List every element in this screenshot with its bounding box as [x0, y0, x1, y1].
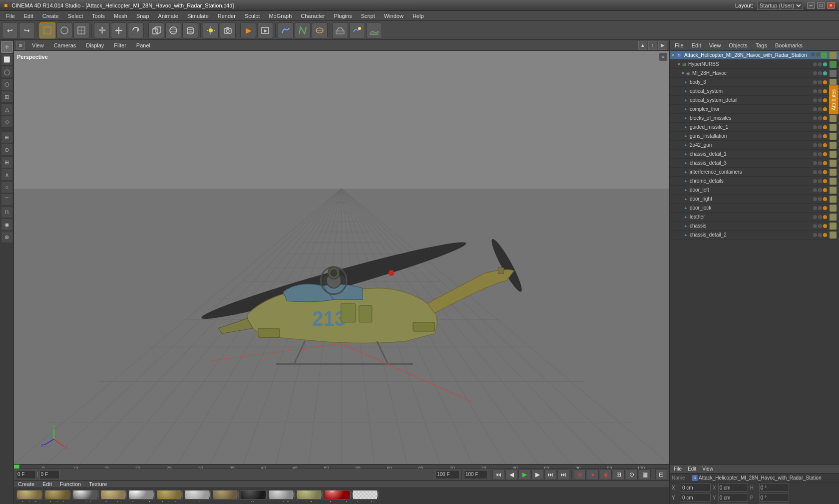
tree-item-chassis_detail_2[interactable]: ▲ chassis_detail_2 [670, 231, 839, 240]
mat-btn-edit[interactable]: Edit [40, 481, 54, 488]
material-body3[interactable]: body_3 [16, 490, 43, 502]
material-rubber[interactable]: rubber [240, 490, 267, 502]
toolbar-camera[interactable] [220, 22, 236, 38]
obj-props-tab-edit[interactable]: Edit [686, 466, 698, 472]
menu-create[interactable]: Create [38, 12, 63, 20]
minimize-btn[interactable]: ─ [807, 2, 815, 9]
timeline-end-frame[interactable] [435, 470, 459, 479]
menu-snap[interactable]: Snap [132, 12, 153, 20]
coord-h-val[interactable] [759, 484, 789, 492]
menu-sculpt[interactable]: Sculpt [241, 12, 264, 20]
tree-item-chassis_detail_3[interactable]: ▲ chassis_detail_3 [670, 159, 839, 168]
toolbar-model-mode[interactable] [39, 22, 55, 38]
obj-props-tab-view[interactable]: View [700, 466, 715, 472]
menu-render[interactable]: Render [214, 12, 240, 20]
viewport-nav-up[interactable]: ▲ [638, 41, 647, 50]
btn-play[interactable]: ▶ [518, 469, 530, 480]
tree-item-chassis[interactable]: ▲ chassis [670, 222, 839, 231]
toolbar-nurbs[interactable] [312, 22, 328, 38]
material-plastic[interactable]: plastic [184, 490, 211, 502]
btn-prev-frame[interactable]: ◀ [505, 469, 517, 480]
tool-move[interactable]: ✛ [1, 41, 13, 53]
viewport-nav-lock[interactable]: ↕ [648, 41, 657, 50]
menu-tools[interactable]: Tools [88, 12, 109, 20]
rpanel-tab-file[interactable]: File [672, 41, 687, 49]
viewport-menu-filter[interactable]: Filter [111, 41, 129, 49]
toolbar-cylinder[interactable] [182, 22, 198, 38]
tree-item-body_3[interactable]: ▲ body_3 [670, 78, 839, 87]
tree-item-root[interactable]: ▼ S Attack_Helicopter_MI_28N_Havoc_with_… [670, 51, 839, 60]
viewport-nav-right[interactable]: ▶ [658, 41, 667, 50]
tool-extrude[interactable]: ⊕ [1, 131, 13, 143]
material-body1[interactable]: body_1 [44, 490, 71, 502]
toolbar-spline[interactable] [295, 22, 311, 38]
obj-props-tab-file[interactable]: File [672, 466, 684, 472]
toolbar-object-mode[interactable] [56, 22, 72, 38]
toolbar-redo[interactable]: ↪ [19, 22, 35, 38]
toolbar-sphere[interactable] [165, 22, 181, 38]
rpanel-tab-objects[interactable]: Objects [726, 41, 750, 49]
btn-record-param[interactable]: ⊙ [626, 469, 638, 480]
menu-window[interactable]: Window [380, 12, 408, 20]
material-chrome[interactable]: chrome_de [128, 490, 155, 502]
material-metal[interactable]: metal [72, 490, 99, 502]
menu-mograph[interactable]: MoGraph [265, 12, 296, 20]
rpanel-tab-view[interactable]: View [706, 41, 724, 49]
tool-loop[interactable]: ○ [1, 181, 13, 193]
mat-btn-create[interactable]: Create [16, 481, 36, 488]
btn-record-pos[interactable]: ● [587, 469, 599, 480]
toolbar-move[interactable]: ✛ [94, 22, 110, 38]
coord-p-val[interactable] [759, 494, 789, 502]
layout-select[interactable]: Startup (User) [757, 1, 803, 10]
tool-bridge[interactable]: ⊞ [1, 156, 13, 168]
btn-record-rot[interactable]: ◉ [600, 469, 612, 480]
toolbar-landscape[interactable] [366, 22, 382, 38]
timeline-start-frame[interactable] [39, 470, 59, 479]
tree-item-optical_system_detail[interactable]: ▲ optical_system_detail [670, 96, 839, 105]
toolbar-render[interactable]: ▶ [240, 22, 256, 38]
menu-help[interactable]: Help [409, 12, 428, 20]
timeline-max-frame[interactable] [464, 470, 488, 479]
viewport-menu-display[interactable]: Display [83, 41, 107, 49]
tree-item-complex_thor[interactable]: ▲ complex_thor [670, 105, 839, 114]
tree-item-chassis_detail_1[interactable]: ▲ chassis_detail_1 [670, 150, 839, 159]
tool-knife[interactable]: ∧ [1, 169, 13, 181]
tool-polys[interactable]: ◇ [1, 116, 13, 128]
tool-weight[interactable]: ⊗ [1, 231, 13, 243]
toolbar-floor[interactable] [332, 22, 348, 38]
mat-btn-function[interactable]: Function [58, 481, 83, 488]
tree-item-interference_containers[interactable]: ▲ interference_containers [670, 168, 839, 177]
tool-paint[interactable]: ◉ [1, 219, 13, 231]
toolbar-deformer[interactable] [278, 22, 294, 38]
coord-y-input[interactable] [681, 494, 711, 502]
btn-record-all[interactable]: ⊕ [574, 469, 586, 480]
tree-item-guns_installation[interactable]: ▲ guns_installation [670, 132, 839, 141]
tree-item-optical_system[interactable]: ▲ optical_system [670, 87, 839, 96]
tree-item-2a42_gun[interactable]: ▲ 2a42_gun [670, 141, 839, 150]
coord-y-val[interactable] [718, 494, 748, 502]
btn-timeline-window[interactable]: ⊟ [655, 469, 667, 480]
btn-record-pla[interactable]: ▦ [639, 469, 651, 480]
tree-item-door_lock[interactable]: ▲ door_lock [670, 204, 839, 213]
menu-plugins[interactable]: Plugins [330, 12, 356, 20]
menu-script[interactable]: Script [357, 12, 379, 20]
menu-simulate[interactable]: Simulate [183, 12, 213, 20]
viewport-menu-cameras[interactable]: Cameras [51, 41, 79, 49]
material-glass-red[interactable]: glass_red [324, 490, 351, 502]
tree-item-blocks_of_missiles[interactable]: ▲ blocks_of_missiles [670, 114, 839, 123]
material-rotor[interactable]: rotor_meta [212, 490, 239, 502]
material-metal2[interactable]: metal_2 [268, 490, 295, 502]
tree-item-leather[interactable]: ▲ leather [670, 213, 839, 222]
tree-item-guided_missile_1[interactable]: ▲ guided_missile_1 [670, 123, 839, 132]
tool-edges[interactable]: △ [1, 103, 13, 115]
toolbar-cube[interactable] [148, 22, 164, 38]
tool-select-rect[interactable]: ⬜ [1, 53, 13, 65]
toolbar-scale[interactable] [111, 22, 127, 38]
tree-item-hypernurbs[interactable]: ▼ ⊞ HyperNURBS [670, 60, 839, 69]
menu-select[interactable]: Select [64, 12, 87, 20]
tree-item-chrome_details[interactable]: ▲ chrome_details [670, 177, 839, 186]
rsidebar-tab-attributes[interactable]: Attributes [829, 85, 839, 115]
material-glass-white[interactable]: glass_whit [352, 490, 379, 502]
tree-item-mi28[interactable]: ▼ ◉ MI_28H_Havoc [670, 69, 839, 78]
maximize-btn[interactable]: □ [817, 2, 825, 9]
